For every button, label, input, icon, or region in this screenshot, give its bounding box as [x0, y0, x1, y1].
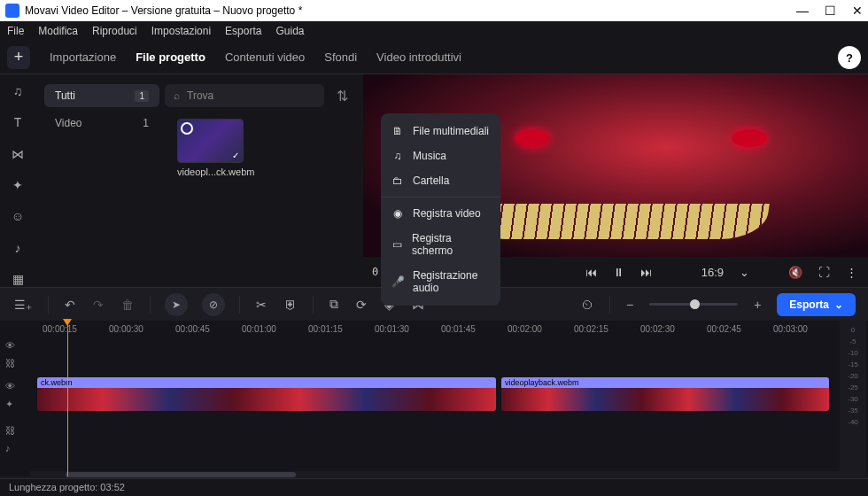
volume-icon[interactable]: ♪: [9, 240, 27, 255]
pointer-tool[interactable]: ➤: [165, 293, 188, 316]
menu-record-screen[interactable]: ▭Registra schermo: [381, 226, 500, 263]
music-icon: ♫: [391, 150, 404, 162]
fx-icon[interactable]: ✦: [5, 399, 15, 410]
zoom-in-button[interactable]: +: [752, 298, 763, 312]
tab-backgrounds[interactable]: Sfondi: [324, 50, 357, 64]
category-all-count: 1: [135, 90, 149, 102]
ruler-mark: 00:01:45: [441, 324, 476, 334]
mute-button[interactable]: 🔇: [787, 266, 804, 279]
redo-button[interactable]: ↷: [91, 298, 105, 312]
disable-tool[interactable]: ⊘: [202, 293, 225, 316]
category-video-count: 1: [143, 117, 149, 129]
more-button[interactable]: ⋮: [844, 266, 859, 279]
sidebar: ♫ T ⋈ ✦ ☺ ♪ ▦: [0, 74, 35, 287]
menu-record-video[interactable]: ◉Registra video: [381, 201, 500, 226]
tab-project-files[interactable]: File progetto: [136, 50, 205, 64]
chevron-down-icon: ⌄: [834, 298, 843, 311]
rewind-button[interactable]: ⏮: [584, 266, 599, 279]
zoom-slider[interactable]: [649, 303, 738, 306]
menu-play[interactable]: Riproduci: [92, 25, 137, 37]
cut-button[interactable]: ✂: [254, 298, 268, 312]
thumbnail-image[interactable]: [177, 119, 244, 163]
delete-button[interactable]: 🗑: [120, 298, 136, 312]
audio-icon[interactable]: ♪: [5, 443, 15, 453]
ruler-mark: 00:02:45: [707, 324, 741, 334]
eye-icon[interactable]: 👁: [5, 381, 15, 391]
db-label: -5: [840, 336, 866, 347]
category-video-label: Video: [55, 117, 81, 129]
menu-record-audio[interactable]: 🎤Registrazione audio: [381, 263, 500, 300]
export-button[interactable]: Esporta ⌄: [777, 293, 856, 316]
db-label: -35: [840, 405, 866, 416]
timeline: 00:00:15 00:00:30 00:00:45 00:01:00 00:0…: [0, 321, 868, 477]
stickers-icon[interactable]: ☺: [9, 209, 27, 224]
db-label: -10: [840, 347, 866, 359]
topnav: + Importazione File progetto Contenuti v…: [0, 41, 868, 74]
sort-button[interactable]: ⇅: [329, 83, 354, 108]
chevron-down-icon[interactable]: ⌄: [738, 266, 751, 279]
tab-video-content[interactable]: Contenuti video: [225, 50, 305, 64]
thumbnail-label: videopl...ck.webm: [177, 167, 252, 177]
forward-button[interactable]: ⏭: [639, 266, 654, 279]
menu-media-files[interactable]: 🗎File multimediali: [381, 119, 500, 143]
ruler-mark: 00:03:00: [773, 324, 808, 334]
tab-import[interactable]: Importazione: [50, 50, 116, 64]
text-icon[interactable]: T: [9, 114, 27, 129]
undo-button[interactable]: ↶: [63, 298, 77, 312]
db-label: -30: [840, 393, 866, 405]
crop-button[interactable]: ⧉: [328, 297, 340, 312]
fullscreen-button[interactable]: ⛶: [817, 266, 832, 279]
horizontal-scrollbar[interactable]: [30, 471, 841, 478]
db-label: -15: [840, 359, 866, 370]
rotate-button[interactable]: ⟳: [354, 298, 368, 312]
help-button[interactable]: ?: [838, 46, 861, 69]
tracks-button[interactable]: ☰₊: [12, 298, 34, 312]
menu-media-files-label: File multimediali: [413, 125, 489, 137]
titlebar: Movavi Video Editor – Versione gratuita …: [0, 0, 868, 21]
scrollbar-thumb[interactable]: [66, 472, 296, 477]
clip-2-label: videoplayback.webm: [501, 377, 829, 388]
search-input[interactable]: ⌕ Trova: [165, 84, 324, 107]
widgets-icon[interactable]: ▦: [9, 272, 27, 287]
menu-settings[interactable]: Impostazioni: [151, 25, 211, 37]
add-media-button[interactable]: +: [7, 46, 30, 69]
zoom-out-button[interactable]: −: [624, 298, 635, 312]
track-controls-2: 👁 ✦: [5, 381, 15, 410]
ruler-mark: 00:02:00: [508, 324, 542, 334]
ruler-mark: 00:01:00: [242, 324, 276, 334]
media-thumbnail[interactable]: videopl...ck.webm: [177, 119, 252, 177]
search-icon: ⌕: [174, 89, 180, 102]
category-all[interactable]: Tutti 1: [44, 84, 159, 107]
transitions-icon[interactable]: ⋈: [9, 146, 27, 161]
shield-icon[interactable]: ⛨: [283, 298, 298, 312]
menu-edit[interactable]: Modifica: [38, 25, 78, 37]
menu-folder[interactable]: 🗀Cartella: [381, 168, 500, 193]
menu-help[interactable]: Guida: [275, 25, 304, 37]
playhead[interactable]: [67, 321, 68, 477]
tab-intros[interactable]: Video introduttivi: [376, 50, 461, 64]
menu-export[interactable]: Esporta: [225, 25, 261, 37]
speed-button[interactable]: ⏲: [579, 298, 595, 312]
play-pause-button[interactable]: ⏸: [611, 266, 626, 279]
link-icon[interactable]: ⛓: [5, 358, 15, 368]
menu-file[interactable]: File: [7, 25, 24, 37]
link-icon[interactable]: ⛓: [5, 425, 15, 436]
ruler-mark: 00:01:15: [308, 324, 343, 334]
clip-1-thumbnails: [37, 388, 496, 411]
menu-music[interactable]: ♫Musica: [381, 143, 500, 168]
search-placeholder: Trova: [187, 89, 213, 102]
wand-icon[interactable]: ✦: [9, 177, 27, 192]
maximize-button[interactable]: ☐: [825, 4, 836, 18]
timeline-ruler[interactable]: 00:00:15 00:00:30 00:00:45 00:01:00 00:0…: [0, 321, 868, 340]
category-all-label: Tutti: [55, 89, 75, 102]
main-area: ♫ T ⋈ ✦ ☺ ♪ ▦ Tutti 1 ⌕ Trova ⇅ Video 1 …: [0, 74, 868, 287]
preview-graphic: [515, 129, 550, 147]
video-clip-1[interactable]: ck.webm: [37, 377, 496, 411]
video-clip-2[interactable]: videoplayback.webm: [501, 377, 829, 411]
minimize-button[interactable]: —: [796, 4, 809, 18]
eye-icon[interactable]: 👁: [5, 340, 15, 351]
aspect-ratio-label[interactable]: 16:9: [700, 266, 725, 279]
close-button[interactable]: ✕: [852, 4, 863, 18]
note-icon[interactable]: ♫: [9, 83, 27, 98]
category-video[interactable]: Video 1: [44, 113, 159, 133]
